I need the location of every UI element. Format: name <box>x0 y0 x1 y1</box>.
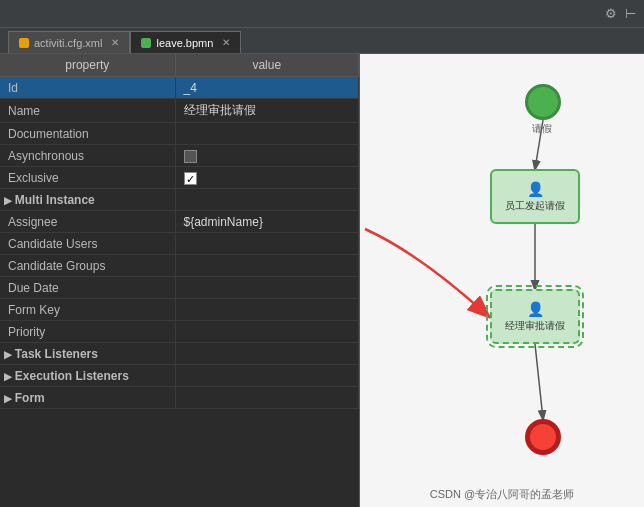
watermark: CSDN @专治八阿哥的孟老师 <box>430 487 574 502</box>
properties-panel: property value Id _4 Name 经理审批请假 Documen… <box>0 54 360 507</box>
prop-exclusive-label: Exclusive <box>0 167 175 189</box>
split-icon[interactable]: ⊢ <box>625 6 636 21</box>
async-checkbox[interactable] <box>184 150 197 163</box>
table-row[interactable]: Task Listeners <box>0 343 359 365</box>
prop-doc-label: Documentation <box>0 123 175 145</box>
bpmn-icon <box>141 38 151 48</box>
table-row[interactable]: Exclusive ✓ <box>0 167 359 189</box>
bpmn-end-event[interactable] <box>525 419 561 455</box>
col-value: value <box>175 54 359 77</box>
prop-candidate-groups-label: Candidate Groups <box>0 255 175 277</box>
table-row[interactable]: Documentation <box>0 123 359 145</box>
prop-exec-listeners-value <box>175 365 359 387</box>
table-row[interactable]: Asynchronous <box>0 145 359 167</box>
prop-multi-value <box>175 189 359 211</box>
bpmn-task-1[interactable]: 👤 员工发起请假 <box>490 169 580 224</box>
table-row[interactable]: Multi Instance <box>0 189 359 211</box>
start-label: 请假 <box>512 122 572 136</box>
tab-leave-bpmn-close[interactable]: ✕ <box>222 37 230 48</box>
prop-task-listeners-value <box>175 343 359 365</box>
table-row[interactable]: Name 经理审批请假 <box>0 99 359 123</box>
task1-user-icon: 👤 <box>527 181 544 197</box>
prop-candidate-groups-value[interactable] <box>175 255 359 277</box>
svg-line-2 <box>535 344 543 419</box>
prop-exclusive-value[interactable]: ✓ <box>175 167 359 189</box>
tab-leave-bpmn[interactable]: leave.bpmn ✕ <box>130 31 241 53</box>
prop-priority-label: Priority <box>0 321 175 343</box>
prop-assignee-value[interactable]: ${adminName} <box>175 211 359 233</box>
prop-name-value[interactable]: 经理审批请假 <box>175 99 359 123</box>
table-row[interactable]: Candidate Users <box>0 233 359 255</box>
property-table: property value Id _4 Name 经理审批请假 Documen… <box>0 54 359 409</box>
prop-assignee-label: Assignee <box>0 211 175 233</box>
prop-due-date-value[interactable] <box>175 277 359 299</box>
task2-user-icon: 👤 <box>527 301 544 317</box>
prop-form-key-label: Form Key <box>0 299 175 321</box>
bpmn-task-2[interactable]: 👤 经理审批请假 <box>490 289 580 344</box>
prop-form-key-value[interactable] <box>175 299 359 321</box>
prop-id-label: Id <box>0 77 175 99</box>
table-row[interactable]: Assignee ${adminName} <box>0 211 359 233</box>
table-row[interactable]: Candidate Groups <box>0 255 359 277</box>
prop-id-value[interactable]: _4 <box>175 77 359 99</box>
diagram-panel[interactable]: 请假 👤 员工发起请假 👤 经理审批请假 CSDN @专治八阿哥的孟老师 <box>360 54 644 507</box>
prop-candidate-users-label: Candidate Users <box>0 233 175 255</box>
prop-form-label: Form <box>0 387 175 409</box>
prop-exec-listeners-label: Execution Listeners <box>0 365 175 387</box>
prop-multi-label: Multi Instance <box>0 189 175 211</box>
prop-doc-value[interactable] <box>175 123 359 145</box>
table-row[interactable]: Id _4 <box>0 77 359 99</box>
settings-icon[interactable]: ⚙ <box>605 6 617 21</box>
table-row[interactable]: Execution Listeners <box>0 365 359 387</box>
main-area: property value Id _4 Name 经理审批请假 Documen… <box>0 54 644 507</box>
exclusive-checkbox[interactable]: ✓ <box>184 172 197 185</box>
tab-activiti-cfg-close[interactable]: ✕ <box>111 37 119 48</box>
bpmn-start-event[interactable] <box>525 84 561 120</box>
prop-priority-value[interactable] <box>175 321 359 343</box>
tab-bar: activiti.cfg.xml ✕ leave.bpmn ✕ <box>0 28 644 54</box>
table-row[interactable]: Form <box>0 387 359 409</box>
prop-form-value <box>175 387 359 409</box>
task2-label: 经理审批请假 <box>505 319 565 333</box>
tab-activiti-cfg-label: activiti.cfg.xml <box>34 37 102 49</box>
toolbar: ⚙ ⊢ <box>0 0 644 28</box>
xml-icon <box>19 38 29 48</box>
prop-due-date-label: Due Date <box>0 277 175 299</box>
prop-candidate-users-value[interactable] <box>175 233 359 255</box>
prop-task-listeners-label: Task Listeners <box>0 343 175 365</box>
table-row[interactable]: Priority <box>0 321 359 343</box>
task1-label: 员工发起请假 <box>505 199 565 213</box>
tab-leave-bpmn-label: leave.bpmn <box>156 37 213 49</box>
prop-name-label: Name <box>0 99 175 123</box>
table-row[interactable]: Form Key <box>0 299 359 321</box>
prop-async-value[interactable] <box>175 145 359 167</box>
diagram-connections <box>360 54 644 507</box>
tab-activiti-cfg[interactable]: activiti.cfg.xml ✕ <box>8 31 130 53</box>
prop-async-label: Asynchronous <box>0 145 175 167</box>
table-row[interactable]: Due Date <box>0 277 359 299</box>
col-property: property <box>0 54 175 77</box>
